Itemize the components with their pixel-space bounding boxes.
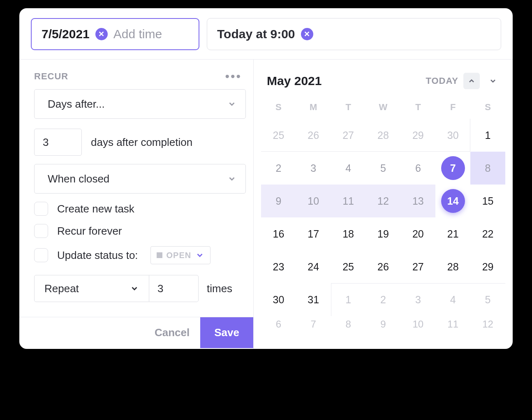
calendar-day[interactable]: 12: [470, 316, 505, 332]
calendar-day[interactable]: 7: [435, 152, 470, 185]
recur-mode-select[interactable]: Days after...: [34, 89, 246, 119]
calendar-dow: T: [400, 96, 435, 119]
calendar-day[interactable]: 25: [331, 250, 366, 283]
chevron-down-icon: [130, 284, 139, 293]
create-new-task-checkbox[interactable]: [34, 202, 48, 216]
calendar-panel: May 2021 TODAY SMTWTFS 25262728293012345…: [254, 60, 513, 349]
repeat-select[interactable]: Repeat: [34, 275, 149, 302]
recur-mode-label: Days after...: [48, 98, 105, 111]
update-status-label: Update status to:: [57, 249, 138, 262]
calendar-day[interactable]: 29: [470, 250, 505, 283]
calendar-dow-row: SMTWTFS: [261, 96, 505, 119]
calendar-day[interactable]: 11: [331, 185, 366, 217]
clear-start-date-icon[interactable]: [95, 28, 108, 40]
recur-trigger-label: When closed: [48, 173, 109, 185]
chevron-down-icon: [195, 251, 204, 260]
recur-forever-checkbox[interactable]: [34, 224, 48, 238]
calendar-day[interactable]: 24: [296, 250, 331, 283]
start-date-value: 7/5/2021: [42, 27, 90, 41]
calendar-day[interactable]: 26: [366, 250, 401, 283]
calendar-day[interactable]: 27: [400, 250, 435, 283]
calendar-day[interactable]: 3: [400, 283, 435, 316]
date-picker-dialog: 7/5/2021 Add time Today at 9:00 RECUR Da…: [19, 8, 513, 349]
date-inputs-row: 7/5/2021 Add time Today at 9:00: [19, 8, 513, 60]
days-after-suffix: days after completion: [91, 136, 192, 149]
calendar-day[interactable]: 5: [470, 283, 505, 316]
calendar-dow: T: [331, 96, 366, 119]
calendar-day[interactable]: 4: [331, 152, 366, 185]
calendar-day[interactable]: 27: [331, 119, 366, 152]
calendar-dow: W: [366, 96, 401, 119]
calendar-day[interactable]: 15: [470, 185, 505, 217]
calendar-day[interactable]: 18: [331, 217, 366, 250]
status-label: OPEN: [167, 251, 192, 260]
calendar-day[interactable]: 10: [296, 185, 331, 217]
calendar-next-button[interactable]: [485, 73, 501, 89]
calendar-day[interactable]: 20: [400, 217, 435, 250]
calendar-day[interactable]: 13: [400, 185, 435, 217]
calendar-day[interactable]: 8: [331, 316, 366, 332]
calendar-day[interactable]: 30: [435, 119, 470, 152]
calendar-day[interactable]: 23: [261, 250, 296, 283]
start-date-input[interactable]: 7/5/2021 Add time: [31, 18, 199, 50]
update-status-checkbox[interactable]: [34, 248, 48, 262]
calendar-day[interactable]: 4: [435, 283, 470, 316]
calendar-day[interactable]: 1: [331, 283, 366, 316]
status-color-swatch: [157, 252, 162, 258]
recur-forever-label: Recur forever: [57, 225, 122, 238]
calendar-day[interactable]: 8: [470, 152, 505, 185]
dialog-columns: RECUR Days after... days after completio…: [19, 60, 513, 349]
calendar-day[interactable]: 12: [366, 185, 401, 217]
create-new-task-label: Create new task: [57, 203, 134, 215]
calendar-day[interactable]: 19: [366, 217, 401, 250]
calendar-day[interactable]: 28: [435, 250, 470, 283]
calendar-today-button[interactable]: TODAY: [426, 76, 458, 86]
calendar-day[interactable]: 14: [435, 185, 470, 217]
calendar-day[interactable]: 29: [400, 119, 435, 152]
calendar-day[interactable]: 10: [400, 316, 435, 332]
repeat-count-input[interactable]: [149, 275, 199, 302]
status-select[interactable]: OPEN: [150, 246, 211, 264]
end-date-value: Today at 9:00: [217, 27, 295, 41]
calendar-day[interactable]: 28: [366, 119, 401, 152]
calendar-day[interactable]: 16: [261, 217, 296, 250]
calendar-day[interactable]: 31: [296, 283, 331, 316]
repeat-suffix: times: [207, 282, 232, 295]
days-after-input[interactable]: [34, 129, 82, 156]
calendar-day[interactable]: 25: [261, 119, 296, 152]
calendar-day[interactable]: 2: [366, 283, 401, 316]
calendar-dow: M: [296, 96, 331, 119]
chevron-down-icon: [227, 99, 236, 108]
clear-end-date-icon[interactable]: [301, 28, 313, 40]
calendar-day[interactable]: 5: [366, 152, 401, 185]
save-button[interactable]: Save: [200, 317, 253, 348]
calendar-day[interactable]: 22: [470, 217, 505, 250]
calendar-dow: F: [435, 96, 470, 119]
calendar-prev-button[interactable]: [463, 73, 480, 89]
cancel-button[interactable]: Cancel: [144, 317, 200, 348]
recur-panel: RECUR Days after... days after completio…: [19, 60, 254, 349]
repeat-label: Repeat: [44, 282, 79, 295]
calendar-day[interactable]: 17: [296, 217, 331, 250]
calendar-dow: S: [470, 96, 505, 119]
calendar-day[interactable]: 6: [400, 152, 435, 185]
calendar-weeks: 2526272829301234567891011121314151617181…: [261, 119, 505, 349]
calendar-day[interactable]: 1: [470, 119, 505, 152]
calendar-month-label: May 2021: [267, 74, 322, 88]
calendar-day[interactable]: 3: [296, 152, 331, 185]
recur-trigger-select[interactable]: When closed: [34, 164, 246, 194]
calendar-day[interactable]: 21: [435, 217, 470, 250]
calendar-dow: S: [261, 96, 296, 119]
recur-title: RECUR: [34, 71, 68, 82]
calendar-day[interactable]: 11: [435, 316, 470, 332]
calendar-day[interactable]: 7: [296, 316, 331, 332]
calendar-day[interactable]: 9: [366, 316, 401, 332]
calendar-day[interactable]: 26: [296, 119, 331, 152]
calendar-day[interactable]: 9: [261, 185, 296, 217]
calendar-day[interactable]: 30: [261, 283, 296, 316]
chevron-down-icon: [227, 174, 236, 183]
add-time-placeholder[interactable]: Add time: [113, 27, 162, 41]
calendar-day[interactable]: 6: [261, 316, 296, 332]
end-date-input[interactable]: Today at 9:00: [207, 18, 501, 50]
calendar-day[interactable]: 2: [261, 152, 296, 185]
